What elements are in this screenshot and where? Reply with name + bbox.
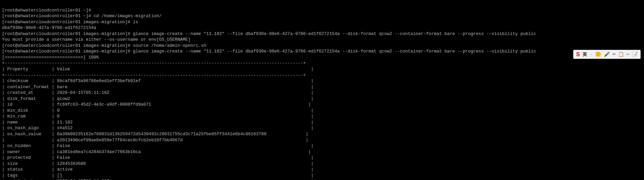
toolbar-lang-icon[interactable]: 英: [582, 51, 588, 58]
toolbar-scissors-icon[interactable]: ✂: [626, 51, 630, 58]
toolbar-emoji-icon[interactable]: 🙂: [594, 51, 602, 58]
toolbar-keyboard-icon[interactable]: ⌨: [612, 51, 616, 58]
toolbar-s-icon[interactable]: S: [576, 51, 581, 58]
toolbar-note-icon[interactable]: 📝: [631, 51, 638, 58]
toolbar-mic-icon[interactable]: 🎤: [603, 51, 610, 58]
terminal-content: [root@ahwatercloudcontroller01 ~]# [root…: [2, 8, 536, 180]
toolbar-clipboard-icon[interactable]: 📋: [617, 51, 625, 58]
input-toolbar: S 英 · 🙂 🎤 ⌨ 📋 ✂ 📝: [573, 50, 641, 59]
terminal-window[interactable]: [root@ahwatercloudcontroller01 ~]# [root…: [0, 0, 644, 180]
toolbar-dot-icon: ·: [589, 51, 593, 58]
